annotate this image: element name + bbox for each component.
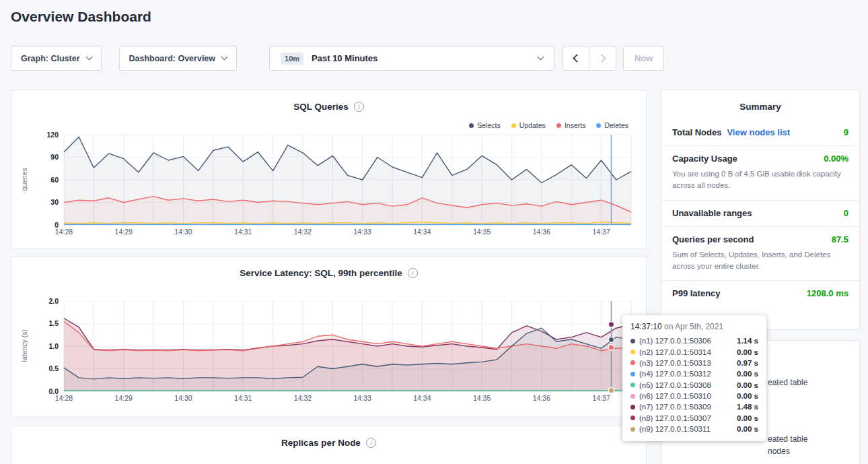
tooltip-node-row: (n5) 127.0.0.1:503080.00 s <box>630 380 758 391</box>
tooltip-node-label: (n3) 127.0.0.1:50313 <box>639 359 711 367</box>
legend-item-deletes: Deletes <box>596 121 628 129</box>
summary-row-label-group: Queries per second <box>672 234 754 244</box>
svg-text:14:37: 14:37 <box>592 228 610 236</box>
summary-row: Queries per second87.5Sum of Selects, Up… <box>661 227 859 281</box>
svg-text:0.5: 0.5 <box>48 364 59 372</box>
node-color-dot-icon <box>630 339 635 343</box>
tooltip-node-row: (n6) 127.0.0.1:503100.00 s <box>630 391 758 401</box>
legend-item-updates: Updates <box>511 121 546 129</box>
summary-row-label-group: P99 latency <box>672 288 721 298</box>
summary-row-label: Queries per second <box>672 234 754 244</box>
summary-row-label: Unavailable ranges <box>672 208 752 218</box>
summary-row-label-group: Total NodesView nodes list <box>672 127 790 137</box>
tooltip-node-label: (n8) 127.0.0.1:50307 <box>639 414 711 422</box>
summary-row-label: Capacity Usage <box>672 154 737 164</box>
tooltip-node-value: 1.14 s <box>737 337 758 345</box>
time-nav-group <box>563 46 616 71</box>
summary-card: Summary Total NodesView nodes list9Capac… <box>661 90 860 330</box>
latency-plot[interactable]: 14:2814:2914:3014:3114:3214:3314:3414:35… <box>22 296 637 414</box>
svg-text:30: 30 <box>50 198 59 206</box>
sql-queries-plot[interactable]: 14:2814:2914:3014:3114:3214:3314:3414:35… <box>22 129 637 248</box>
info-icon[interactable]: i <box>366 438 376 448</box>
svg-text:14:35: 14:35 <box>473 394 491 402</box>
page-title: Overview Dashboard <box>11 9 151 25</box>
node-color-dot-icon <box>630 350 635 354</box>
tooltip-node-value: 1.48 s <box>737 403 758 411</box>
tooltip-node-value: 0.00 s <box>737 381 758 389</box>
tooltip-node-row: (n2) 127.0.0.1:503140.00 s <box>630 346 758 357</box>
event-item-fragment: eated table <box>768 378 807 387</box>
tooltip-node-row: (n7) 127.0.0.1:503091.48 s <box>630 401 758 412</box>
summary-row-main: P99 latency1208.0 ms <box>672 288 848 298</box>
node-color-dot-icon <box>630 372 635 376</box>
svg-text:1.5: 1.5 <box>48 319 59 327</box>
svg-text:14:29: 14:29 <box>115 228 133 236</box>
legend-item-selects: Selects <box>469 121 500 129</box>
chevron-down-icon <box>85 54 92 61</box>
summary-row-main: Capacity Usage0.00% <box>672 154 848 164</box>
legend-label: Selects <box>477 121 500 129</box>
tooltip-node-row: (n3) 127.0.0.1:503130.97 s <box>630 358 758 368</box>
tooltip-date: on Apr 5th, 2021 <box>662 322 723 331</box>
svg-text:14:30: 14:30 <box>174 394 192 402</box>
svg-text:14:35: 14:35 <box>473 228 491 236</box>
svg-text:60: 60 <box>50 176 59 184</box>
summary-row: P99 latency1208.0 ms <box>661 281 859 306</box>
summary-row-value: 9 <box>844 127 848 137</box>
time-range-badge: 10m <box>281 53 303 65</box>
summary-row-label: P99 latency <box>672 288 721 298</box>
service-latency-title: Service Latency: SQL, 99th percentile <box>240 268 402 278</box>
chart-title-row: SQL Queries i <box>11 90 646 112</box>
graph-dropdown[interactable]: Graph: Cluster <box>11 46 102 71</box>
tooltip-node-value: 0.97 s <box>737 359 758 367</box>
svg-text:14:32: 14:32 <box>294 228 312 236</box>
info-icon[interactable]: i <box>408 268 418 278</box>
tooltip-node-value: 0.00 s <box>737 370 758 378</box>
summary-title: Summary <box>661 90 859 120</box>
time-range-picker[interactable]: 10m Past 10 Minutes <box>269 46 554 71</box>
sql-queries-plot-svg[interactable]: 14:2814:2914:3014:3114:3214:3314:3414:35… <box>22 129 637 245</box>
tooltip-node-label: (n9) 127.0.0.1:50311 <box>639 425 711 433</box>
node-color-dot-icon <box>630 427 635 432</box>
svg-text:14:33: 14:33 <box>354 228 371 236</box>
svg-text:14:28: 14:28 <box>55 394 73 402</box>
summary-row-value: 0 <box>844 208 848 218</box>
summary-row: Total NodesView nodes list9 <box>661 120 859 146</box>
svg-text:14:36: 14:36 <box>533 228 550 236</box>
now-button[interactable]: Now <box>623 46 664 71</box>
replicas-per-node-title: Replicas per Node <box>281 438 361 448</box>
chevron-left-icon <box>573 54 581 63</box>
legend-dot-icon <box>556 123 561 128</box>
summary-row-label: Total Nodes <box>672 127 721 137</box>
chart-title-row: Service Latency: SQL, 99th percentile i <box>11 257 646 278</box>
svg-text:14:37: 14:37 <box>592 394 610 402</box>
info-icon[interactable]: i <box>354 102 364 112</box>
legend-label: Updates <box>519 121 546 129</box>
latency-plot-svg[interactable]: 14:2814:2914:3014:3114:3214:3314:3414:35… <box>22 296 637 411</box>
event-item-fragment: eated table <box>768 434 807 444</box>
summary-row: Capacity Usage0.00%You are using 0 B of … <box>661 146 859 201</box>
node-color-dot-icon <box>630 383 635 387</box>
svg-text:2.0: 2.0 <box>48 297 59 305</box>
sql-queries-card: SQL Queries i SelectsUpdatesInsertsDelet… <box>11 90 647 249</box>
time-prev-button[interactable] <box>563 46 589 71</box>
tooltip-time: 14:37:10 <box>630 322 662 331</box>
svg-text:14:30: 14:30 <box>174 228 192 236</box>
legend-label: Deletes <box>604 121 628 129</box>
tooltip-timestamp: 14:37:10 on Apr 5th, 2021 <box>630 322 758 331</box>
svg-text:0: 0 <box>55 221 59 229</box>
tooltip-node-label: (n7) 127.0.0.1:50309 <box>639 403 711 411</box>
tooltip-node-value: 0.00 s <box>737 425 758 433</box>
chevron-down-icon <box>538 54 544 61</box>
chart-title-row: Replicas per Node i <box>11 426 646 448</box>
time-next-button[interactable] <box>589 46 616 71</box>
svg-text:14:32: 14:32 <box>294 394 312 402</box>
summary-row-main: Queries per second87.5 <box>672 234 848 244</box>
overview-dashboard-page: Overview Dashboard Graph: Cluster Dashbo… <box>0 0 868 464</box>
view-nodes-list-link[interactable]: View nodes list <box>727 127 790 137</box>
event-item-fragment: nodes <box>768 446 790 456</box>
dashboard-dropdown[interactable]: Dashboard: Overview <box>119 46 238 71</box>
summary-row-value: 1208.0 ms <box>807 288 848 298</box>
tooltip-node-value: 0.00 s <box>737 392 758 400</box>
summary-row-label-group: Capacity Usage <box>672 154 737 164</box>
